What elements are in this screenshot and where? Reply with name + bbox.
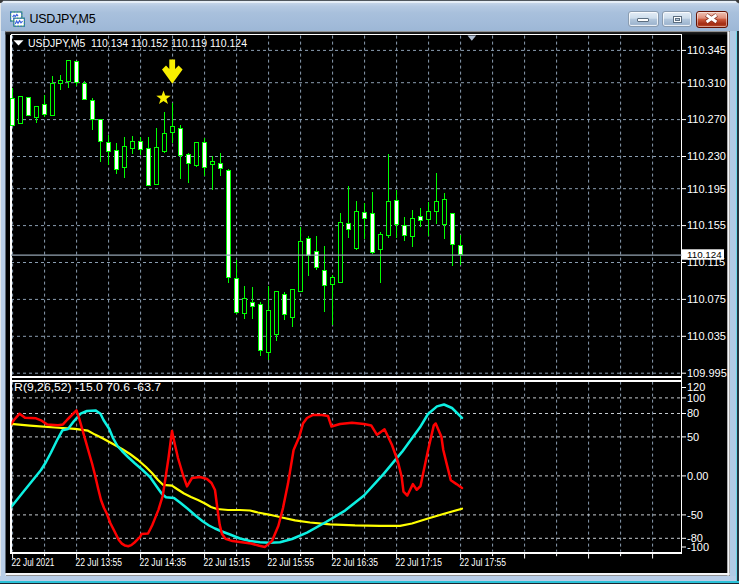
svg-text:110.270: 110.270 bbox=[687, 113, 726, 125]
svg-text:22 Jul 13:55: 22 Jul 13:55 bbox=[76, 556, 123, 568]
svg-text:R(9,26,52) -15.0 70.6 -63.7: R(9,26,52) -15.0 70.6 -63.7 bbox=[14, 381, 161, 393]
svg-text:100: 100 bbox=[687, 392, 705, 404]
svg-text:110.345: 110.345 bbox=[687, 44, 726, 56]
svg-text:22 Jul 17:15: 22 Jul 17:15 bbox=[396, 556, 443, 568]
svg-text:110.230: 110.230 bbox=[687, 150, 726, 162]
svg-text:110.075: 110.075 bbox=[687, 293, 726, 305]
svg-text:110.155: 110.155 bbox=[687, 219, 726, 231]
svg-text:22 Jul 15:15: 22 Jul 15:15 bbox=[204, 556, 251, 568]
svg-text:22 Jul 17:55: 22 Jul 17:55 bbox=[460, 556, 507, 568]
svg-text:22 Jul 2021: 22 Jul 2021 bbox=[12, 556, 55, 568]
svg-text:110.195: 110.195 bbox=[687, 183, 726, 195]
svg-text:22 Jul 14:35: 22 Jul 14:35 bbox=[140, 556, 187, 568]
svg-text:22 Jul 15:55: 22 Jul 15:55 bbox=[268, 556, 315, 568]
svg-text:22 Jul 16:35: 22 Jul 16:35 bbox=[332, 556, 379, 568]
svg-text:80: 80 bbox=[687, 407, 699, 419]
svg-text:109.995: 109.995 bbox=[687, 367, 727, 379]
svg-text:USDJPY,M5 110.134 110.152 110: USDJPY,M5 110.134 110.152 110.119 110.12… bbox=[28, 37, 247, 49]
svg-text:110.035: 110.035 bbox=[687, 330, 726, 342]
svg-text:110.310: 110.310 bbox=[687, 77, 726, 89]
svg-text:50: 50 bbox=[687, 431, 699, 443]
svg-text:-100: -100 bbox=[687, 541, 709, 553]
svg-text:110.115: 110.115 bbox=[687, 256, 725, 268]
svg-text:-50: -50 bbox=[687, 509, 703, 521]
svg-text:0.00: 0.00 bbox=[687, 470, 708, 482]
